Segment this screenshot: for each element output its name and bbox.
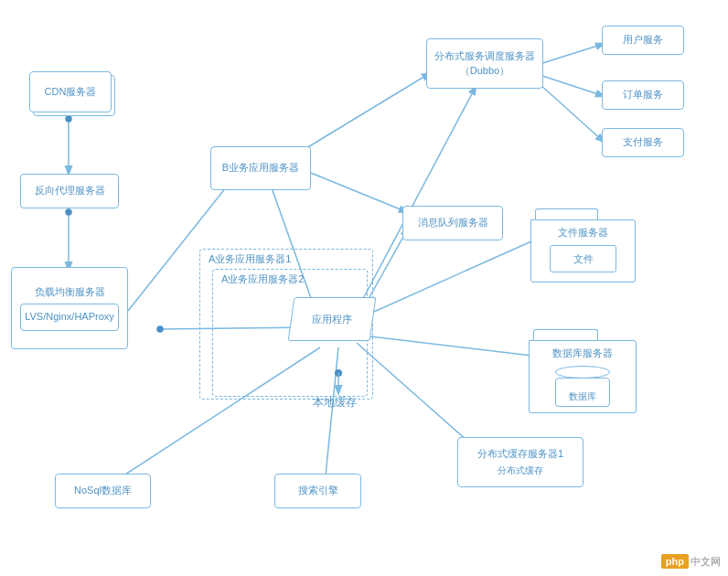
lvs-label: LVS/Nginx/HAProxy — [25, 310, 114, 324]
a-app1-label: A业务应用服务器1 — [209, 252, 291, 266]
app-program-label: 应用程序 — [312, 313, 352, 326]
svg-line-7 — [302, 169, 407, 212]
dist-cache-sublabel: 分布式缓存 — [498, 464, 543, 477]
dist-cache-box: 分布式缓存服务器1 分布式缓存 — [457, 437, 583, 487]
dubbo-box: 分布式服务调度服务器 （Dubbo） — [426, 38, 543, 89]
msg-queue-label: 消息队列服务器 — [418, 216, 488, 229]
watermark: php 中文网 — [661, 554, 721, 569]
cdn-server-label: CDN服务器 — [45, 85, 97, 99]
search-box: 搜索引擎 — [274, 474, 361, 508]
search-label: 搜索引擎 — [298, 484, 338, 497]
local-cache-label: 本地缓存 — [313, 395, 357, 411]
svg-line-10 — [540, 84, 604, 142]
watermark-php: php — [661, 554, 689, 569]
b-app-label: B业务应用服务器 — [222, 161, 299, 175]
svg-line-14 — [370, 336, 540, 357]
pay-service-box: 支付服务 — [602, 128, 684, 157]
svg-line-5 — [302, 73, 430, 151]
file-server-label: 文件服务器 — [558, 226, 608, 240]
user-service-label: 用户服务 — [623, 33, 663, 47]
watermark-text: 中文网 — [691, 555, 721, 569]
file-inner-label: 文件 — [573, 252, 594, 266]
svg-line-15 — [357, 343, 476, 448]
file-server-box: 文件服务器 文件 — [530, 208, 636, 283]
db-server-folder-tab — [533, 329, 598, 340]
order-service-label: 订单服务 — [623, 88, 663, 101]
file-server-folder-body: 文件服务器 文件 — [530, 219, 636, 283]
file-inner-box: 文件 — [550, 245, 617, 272]
nosql-label: NoSql数据库 — [74, 484, 132, 497]
diagram-container: CDN服务器 反向代理服务器 负载均衡服务器 LVS/Nginx/HAProxy… — [0, 0, 728, 576]
svg-line-11 — [357, 87, 476, 311]
load-balancer-box: 负载均衡服务器 LVS/Nginx/HAProxy — [11, 267, 128, 349]
lvs-box: LVS/Nginx/HAProxy — [20, 304, 119, 331]
order-service-box: 订单服务 — [602, 80, 684, 110]
dubbo-label: 分布式服务调度服务器 （Dubbo） — [434, 49, 535, 78]
svg-line-9 — [540, 75, 604, 96]
pay-service-label: 支付服务 — [623, 135, 663, 149]
cdn-server-box: CDN服务器 — [29, 71, 112, 112]
app-program-box: 应用程序 — [288, 297, 377, 341]
db-server-label: 数据库服务器 — [552, 347, 613, 360]
a-app2-label: A业务应用服务器2 — [221, 272, 304, 286]
file-server-folder-tab — [535, 208, 598, 219]
user-service-box: 用户服务 — [602, 26, 684, 55]
reverse-proxy-box: 反向代理服务器 — [20, 174, 119, 208]
b-app-box: B业务应用服务器 — [210, 146, 311, 190]
dist-cache-label: 分布式缓存服务器1 — [477, 447, 563, 461]
svg-line-8 — [540, 44, 604, 64]
db-inner-label: 数据库 — [555, 390, 610, 403]
svg-line-13 — [366, 238, 540, 315]
msg-queue-box: 消息队列服务器 — [402, 206, 503, 240]
db-server-folder-body: 数据库服务器 数据库 — [529, 340, 637, 413]
db-server-box: 数据库服务器 数据库 — [529, 329, 637, 413]
load-balancer-label: 负载均衡服务器 — [35, 285, 105, 299]
nosql-box: NoSql数据库 — [55, 474, 151, 508]
reverse-proxy-label: 反向代理服务器 — [35, 184, 105, 197]
